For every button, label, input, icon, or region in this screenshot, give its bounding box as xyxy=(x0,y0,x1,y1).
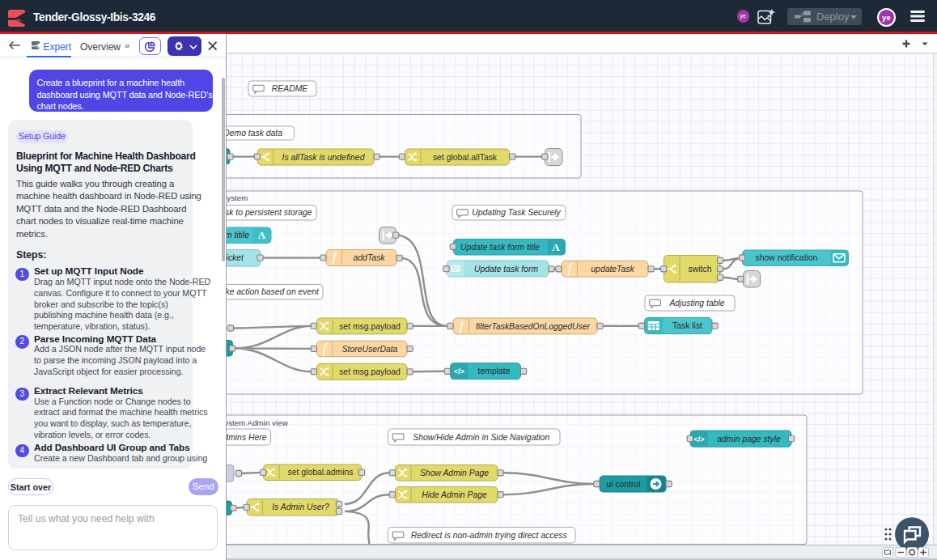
svg-text:show notification: show notification xyxy=(756,253,818,262)
svg-text:switch: switch xyxy=(689,265,712,274)
svg-text:Show/Hide Admin in Side Naviga: Show/Hide Admin in Side Navigation xyxy=(413,433,549,442)
svg-text:A: A xyxy=(258,229,266,241)
svg-text:Task list: Task list xyxy=(672,321,702,330)
svg-text:Is Admin User?: Is Admin User? xyxy=(272,503,329,511)
svg-text:Add ticket: Add ticket xyxy=(227,253,244,262)
svg-text:set msg.payload: set msg.payload xyxy=(339,367,401,376)
svg-text:Is allTask is undefined: Is allTask is undefined xyxy=(282,153,366,162)
svg-text:ui control: ui control xyxy=(606,480,640,489)
svg-text:Hide Admin Page: Hide Admin Page xyxy=(422,490,487,499)
svg-text:A: A xyxy=(552,241,560,253)
svg-text:Add Admins Here: Add Admins Here xyxy=(227,433,267,442)
svg-text:README: README xyxy=(272,84,309,93)
svg-text:Take action based on event: Take action based on event xyxy=(227,287,320,296)
svg-text:Redirect is non-admin trying d: Redirect is non-admin trying direct acce… xyxy=(411,531,567,540)
svg-text:</>: </> xyxy=(693,435,704,443)
svg-text:Updating Task Securely: Updating Task Securely xyxy=(472,208,561,217)
svg-text:Save task to persistent storag: Save task to persistent storage xyxy=(227,208,312,217)
svg-text:Adjusting table: Adjusting table xyxy=(668,299,724,308)
svg-text:Task Management System Admin v: Task Management System Admin view xyxy=(227,418,289,427)
svg-text:Update task form: Update task form xyxy=(474,265,538,274)
svg-text:admin page style: admin page style xyxy=(717,435,781,443)
svg-text:filterTaskBasedOnLoggedUser: filterTaskBasedOnLoggedUser xyxy=(476,322,591,331)
svg-text:Task Management System: Task Management System xyxy=(227,193,248,202)
svg-text:set global.admins: set global.admins xyxy=(288,468,354,477)
svg-text:StoreUserData: StoreUserData xyxy=(342,345,398,354)
svg-text:Demo task data: Demo task data xyxy=(227,129,282,138)
svg-text:updateTask: updateTask xyxy=(591,265,634,274)
svg-text:Update task form title: Update task form title xyxy=(460,243,540,252)
svg-text:task form titile: task form titile xyxy=(227,231,249,240)
svg-text:set msg.payload: set msg.payload xyxy=(339,322,401,331)
svg-text:set global.allTask: set global.allTask xyxy=(433,153,498,162)
svg-text:template: template xyxy=(478,367,511,375)
svg-text:Show Admin Page: Show Admin Page xyxy=(420,469,489,477)
svg-text:</>: </> xyxy=(454,367,464,375)
svg-text:addTask: addTask xyxy=(354,253,386,262)
